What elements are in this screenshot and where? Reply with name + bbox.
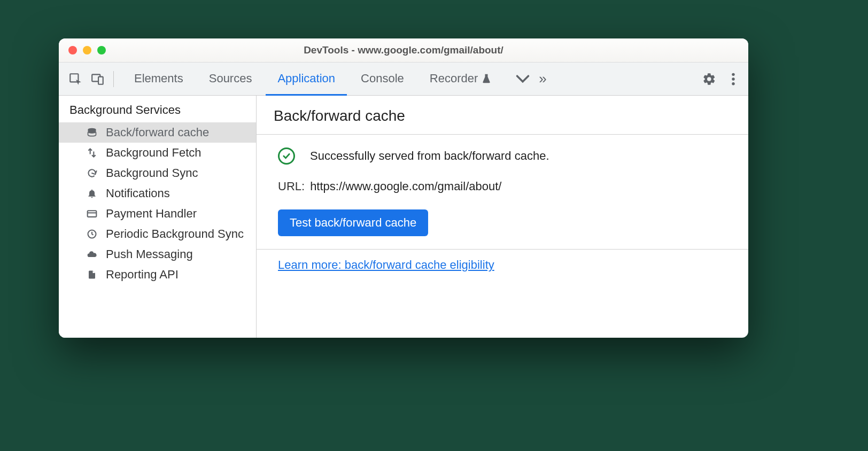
url-row: URL: https://www.google.com/gmail/about/ bbox=[278, 180, 727, 193]
svg-point-3 bbox=[732, 73, 734, 75]
window-controls bbox=[68, 46, 106, 55]
toolbar-divider bbox=[113, 71, 114, 87]
titlebar: DevTools - www.google.com/gmail/about/ bbox=[59, 38, 748, 63]
panel-heading: Back/forward cache bbox=[257, 96, 748, 135]
panel-tabs: Elements Sources Application Console Rec… bbox=[122, 63, 503, 95]
database-icon bbox=[86, 127, 98, 138]
sidebar-item-label: Background Sync bbox=[106, 166, 198, 180]
svg-rect-2 bbox=[98, 76, 103, 84]
zoom-window-button[interactable] bbox=[97, 46, 106, 55]
success-check-icon bbox=[278, 147, 295, 165]
sidebar-item-payment[interactable]: Payment Handler bbox=[59, 204, 256, 224]
flask-icon bbox=[481, 73, 492, 84]
tab-recorder[interactable]: Recorder bbox=[418, 63, 503, 96]
sidebar-item-periodic-sync[interactable]: Periodic Background Sync bbox=[59, 224, 256, 244]
sidebar-item-label: Background Fetch bbox=[106, 146, 201, 160]
sidebar-item-bfcache[interactable]: Back/forward cache bbox=[59, 122, 256, 143]
panel-body: Successfully served from back/forward ca… bbox=[257, 135, 748, 250]
tab-console[interactable]: Console bbox=[349, 63, 416, 96]
sidebar-item-label: Push Messaging bbox=[106, 247, 193, 261]
sidebar-section-header: Background Services bbox=[59, 96, 256, 122]
tab-application[interactable]: Application bbox=[266, 63, 347, 96]
minimize-window-button[interactable] bbox=[83, 46, 91, 55]
main-panel: Back/forward cache Successfully served f… bbox=[257, 96, 748, 338]
sidebar: Background Services Back/forward cache B… bbox=[59, 96, 257, 338]
content-area: Background Services Back/forward cache B… bbox=[59, 96, 748, 338]
panel-footer: Learn more: back/forward cache eligibili… bbox=[257, 250, 748, 281]
settings-button[interactable] bbox=[697, 72, 722, 86]
sidebar-item-bg-sync[interactable]: Background Sync bbox=[59, 163, 256, 183]
card-icon bbox=[86, 208, 98, 219]
cloud-icon bbox=[86, 249, 98, 260]
sidebar-item-notifications[interactable]: Notifications bbox=[59, 183, 256, 204]
url-label: URL: bbox=[278, 180, 305, 193]
svg-rect-7 bbox=[88, 211, 97, 217]
updown-icon bbox=[86, 147, 98, 158]
learn-more-link[interactable]: Learn more: back/forward cache eligibili… bbox=[278, 258, 494, 271]
inspect-element-icon[interactable] bbox=[66, 70, 84, 88]
sidebar-item-reporting[interactable]: Reporting API bbox=[59, 265, 256, 285]
sidebar-item-label: Payment Handler bbox=[106, 207, 197, 221]
sidebar-item-label: Back/forward cache bbox=[106, 126, 209, 139]
svg-point-5 bbox=[732, 82, 734, 84]
window-title: DevTools - www.google.com/gmail/about/ bbox=[59, 44, 748, 56]
url-value: https://www.google.com/gmail/about/ bbox=[310, 180, 501, 193]
status-text: Successfully served from back/forward ca… bbox=[310, 149, 549, 163]
more-options-button[interactable] bbox=[726, 72, 741, 86]
tab-elements[interactable]: Elements bbox=[122, 63, 195, 96]
sidebar-item-label: Periodic Background Sync bbox=[106, 227, 244, 241]
devtools-window: DevTools - www.google.com/gmail/about/ E… bbox=[59, 38, 748, 338]
sync-icon bbox=[86, 168, 98, 178]
test-bfcache-button[interactable]: Test back/forward cache bbox=[278, 209, 428, 236]
toolbar: Elements Sources Application Console Rec… bbox=[59, 63, 748, 96]
file-icon bbox=[86, 269, 98, 280]
sidebar-item-bg-fetch[interactable]: Background Fetch bbox=[59, 143, 256, 163]
sidebar-item-label: Notifications bbox=[106, 186, 170, 200]
tab-recorder-label: Recorder bbox=[430, 72, 478, 85]
tab-sources[interactable]: Sources bbox=[197, 63, 264, 96]
status-row: Successfully served from back/forward ca… bbox=[278, 147, 727, 165]
device-toolbar-icon[interactable] bbox=[89, 70, 107, 88]
svg-point-4 bbox=[732, 77, 734, 80]
sidebar-item-push[interactable]: Push Messaging bbox=[59, 244, 256, 265]
close-window-button[interactable] bbox=[68, 46, 77, 55]
clock-icon bbox=[86, 229, 98, 239]
sidebar-item-label: Reporting API bbox=[106, 268, 179, 282]
bell-icon bbox=[86, 188, 98, 199]
more-tabs-chevrons[interactable]: » bbox=[531, 71, 554, 87]
